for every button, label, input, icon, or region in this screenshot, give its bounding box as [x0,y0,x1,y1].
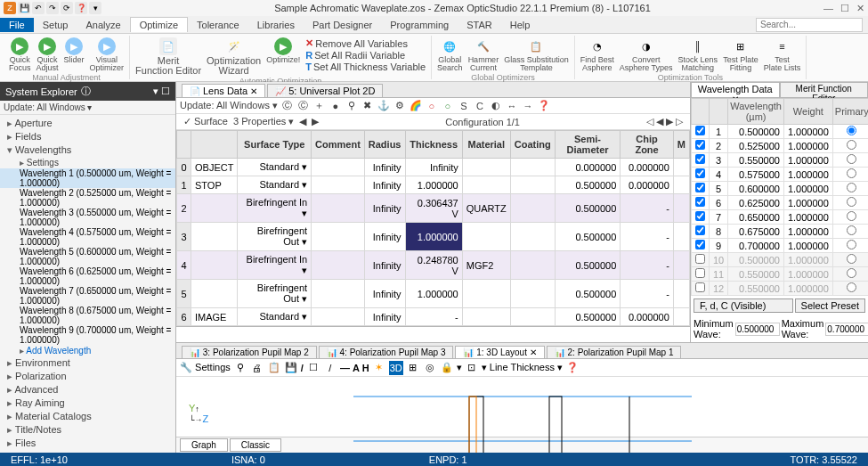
maximize-icon[interactable]: ☐ [840,3,849,14]
qat-icon[interactable]: ⟳ [61,2,73,14]
classic-tab[interactable]: Classic [230,438,281,452]
tab-lens-data[interactable]: 📄 Lens Data ✕ [182,84,265,97]
table-row[interactable]: 4Birefringent In ▾Infinity0.248780 VMGF2… [177,251,690,280]
tb-icon[interactable]: 🖨 [250,361,264,375]
wavelength-table[interactable]: Wavelength (µm)WeightPrimary10.5000001.0… [691,98,868,296]
tree-wl[interactable]: Wavelength 8 (0.675000 um, Weight = 1.00… [0,306,175,325]
search-input[interactable] [756,18,863,32]
tab-universal-plot[interactable]: 📈 5: Universal Plot 2D [267,84,383,97]
tb-icon[interactable]: Ⓒ [297,100,310,112]
close-icon[interactable]: ✕ [856,3,864,14]
tb-icon[interactable]: / [323,361,337,375]
tree-wl[interactable]: Wavelength 7 (0.650000 um, Weight = 1.00… [0,286,175,306]
tb-icon[interactable]: Ⓒ [281,100,294,112]
wl-row[interactable]: 20.5250001.000000 [692,139,869,153]
save-icon[interactable]: 💾 [18,2,30,14]
tree-wl[interactable]: Wavelength 6 (0.625000 um, Weight = 1.00… [0,266,175,286]
qat-dd[interactable]: ▾ [89,2,101,14]
minimize-icon[interactable]: — [823,3,833,14]
tb-icon[interactable]: ○ [426,100,438,112]
wl-row[interactable]: 90.7000001.000000 [692,239,869,253]
wl-row[interactable]: 70.6500001.000000 [692,210,869,225]
menu-help[interactable]: Help [501,18,539,32]
plot-tab[interactable]: 📊 2: Polarization Pupil Map 1 [547,346,682,358]
ribbon-Focus[interactable]: ▶QuickFocus [9,37,31,72]
wl-row[interactable]: 100.5000001.000000 [692,253,869,267]
max-wave-input[interactable] [825,323,868,336]
wl-row[interactable]: 40.5750001.000000 [692,168,869,182]
layout-canvas[interactable]: 2 mm Y↑└→Z [176,377,868,437]
tb-icon[interactable]: S [458,100,470,112]
wl-row[interactable]: 10.5000001.000000 [692,125,869,139]
tb-icon[interactable]: ⚲ [345,100,358,112]
menu-libraries[interactable]: Libraries [248,18,304,32]
set-radii-button[interactable]: RSet All Radii Variable [305,50,426,61]
lens-data-table[interactable]: Surface TypeCommentRadiusThicknessMateri… [176,130,690,326]
tree-wl[interactable]: Wavelength 1 (0.500000 um, Weight = 1.00… [0,168,175,188]
tb-icon[interactable]: 🌈 [410,100,422,112]
wl-row[interactable]: 50.6000001.000000 [692,182,869,196]
tb-icon[interactable]: ↔ [506,100,518,112]
tree-node[interactable]: Files [0,437,175,450]
plot-tab[interactable]: 📊 1: 3D Layout ✕ [455,346,544,358]
menu-file[interactable]: File [0,18,34,32]
tree-wl[interactable]: Wavelength 5 (0.600000 um, Weight = 1.00… [0,247,175,266]
line-thick-dd[interactable]: Line Thickness ▾ [490,362,563,373]
set-thick-button[interactable]: TSet All Thickness Variable [305,61,426,72]
wl-row[interactable]: 80.6750001.000000 [692,225,869,239]
tab-mf-editor[interactable]: Merit Function Editor [780,82,869,97]
update-dropdown[interactable]: Update: All Windows ▾ [0,101,175,115]
ribbon-Adjust[interactable]: ▶QuickAdjust [37,37,59,72]
plus-icon[interactable]: ＋ [313,100,326,112]
table-row[interactable]: 3Birefringent Out ▾Infinity1.0000000.500… [177,223,690,251]
ribbon-item[interactable]: ≡TestPlate Lists [764,37,801,72]
tree-node[interactable]: Advanced [0,383,175,397]
tb-icon[interactable]: ○ [442,100,454,112]
ribbon-item[interactable]: 📋Glass SubstitutionTemplate [504,37,569,72]
opt-wizard-button[interactable]: 🪄OptimizationWizard [207,37,261,76]
add-wl[interactable]: Add Wavelength [0,345,175,356]
tb-icon[interactable]: ⚓ [377,100,390,112]
tb-icon[interactable]: ☐ [306,361,320,375]
ribbon-item[interactable]: 🔨HammerCurrent [468,37,499,72]
remove-vars-button[interactable]: ✕Remove All Variables [305,37,426,49]
tb-icon[interactable]: ✖ [361,100,374,112]
ribbon-Optimizer[interactable]: ▶VisualOptimizer [90,37,125,72]
menu-optimize[interactable]: Optimize [130,17,188,32]
select-preset-button[interactable]: Select Preset [795,298,865,313]
ribbon-item[interactable]: ⊞Test PlateFitting [723,37,758,72]
table-row[interactable]: 0OBJECTStandard ▾InfinityInfinity0.00000… [177,159,690,176]
tb-icon[interactable]: ⊞ [406,361,420,375]
wl-row[interactable]: 60.6250001.000000 [692,196,869,210]
settings-button[interactable]: Settings [195,362,231,372]
nav-left-icon[interactable]: ◀ [299,116,306,127]
tb-icon[interactable]: 3D [389,361,403,375]
tree-node[interactable]: Wavelengths [0,143,175,157]
undo-icon[interactable]: ↶ [32,2,45,14]
table-row[interactable]: 6IMAGEStandard ▾Infinity-0.5000000.00000… [177,308,690,326]
menu-prog[interactable]: Programming [381,18,458,32]
graph-tab[interactable]: Graph [180,438,228,452]
menu-tolerance[interactable]: Tolerance [188,18,248,32]
ribbon-Slider[interactable]: ▶Slider [64,37,85,64]
plot-tab[interactable]: 📊 4: Polarization Pupil Map 3 [319,346,454,358]
plot-tab[interactable]: 📊 3: Polarization Pupil Map 2 [182,346,317,358]
table-row[interactable]: 1STOPStandard ▾Infinity1.0000000.5000000… [177,176,690,194]
tree-node[interactable]: Aperture [0,117,175,130]
ribbon-item[interactable]: 🌐GlobalSearch [437,37,463,72]
update-dd[interactable]: Update: All Windows ▾ [180,100,278,111]
optimize-button[interactable]: ▶Optimize! [266,37,300,64]
tb-icon[interactable]: ◐ [490,100,502,112]
tb-icon[interactable]: 💾 [284,361,298,375]
tb-icon[interactable]: 📋 [267,361,281,375]
help-icon[interactable]: ❓ [565,361,580,375]
qat-icon2[interactable]: ❓ [75,2,87,14]
tb-icon[interactable]: ◎ [423,361,437,375]
tb-icon[interactable]: ✶ [372,361,386,375]
tb-icon[interactable]: C [474,100,486,112]
tree-node[interactable]: Material Catalogs [0,410,175,423]
menu-part[interactable]: Part Designer [304,18,381,32]
bullet-icon[interactable]: ● [329,100,342,112]
wl-row[interactable]: 120.5500001.000000 [692,282,869,296]
menu-analyze[interactable]: Analyze [77,18,129,32]
